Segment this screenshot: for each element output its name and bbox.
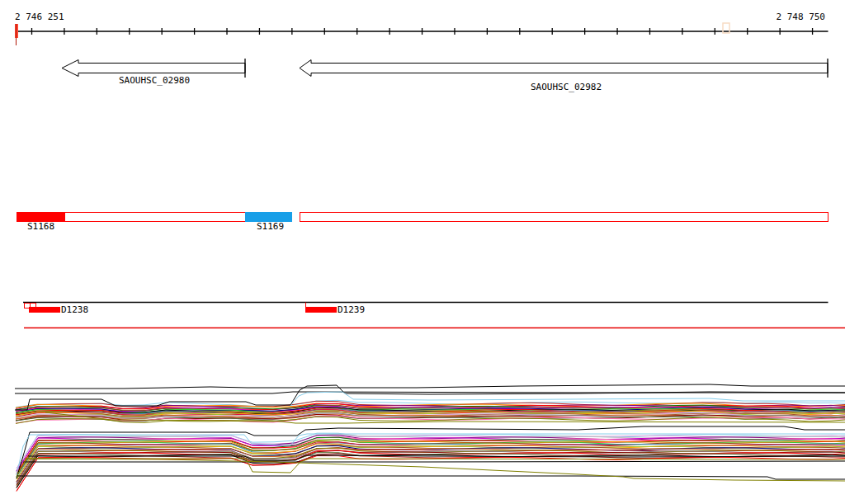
gene-arrow-saouhsc_02980[interactable] [62,60,245,77]
probe-bar-d1238[interactable] [29,307,60,313]
probe-bar-d1239[interactable] [305,307,337,313]
srna-segment-outline[interactable] [300,213,828,222]
trace-line [15,384,845,389]
genome-browser-view: 2 746 251 2 748 750 SAOUHSC_02980 SAOUHS… [0,0,845,504]
ruler-end-coordinate: 2 748 750 [726,12,825,22]
srna-label-s1168: S1168 [27,222,54,232]
trace-line [23,461,845,462]
srna-label-s1169: S1169 [257,222,284,232]
srna-segment-outline[interactable] [65,213,246,222]
probe-label-d1238: D1238 [61,305,88,315]
gene-label-saouhsc-02980[interactable]: SAOUHSC_02980 [97,76,212,86]
coverage-plot[interactable] [15,384,845,492]
trace-line [17,476,845,479]
gene-label-saouhsc-02982[interactable]: SAOUHSC_02982 [531,82,602,92]
srna-segment-s1168[interactable] [17,213,65,222]
probe-label-d1239: D1239 [338,305,365,315]
srna-segment-s1169[interactable] [246,213,292,222]
probe-track [23,303,845,328]
gene-arrow-saouhsc_02982[interactable] [300,60,828,77]
ruler-start-coordinate: 2 746 251 [15,12,64,22]
ruler[interactable] [15,23,828,45]
srna-segments [17,213,828,222]
